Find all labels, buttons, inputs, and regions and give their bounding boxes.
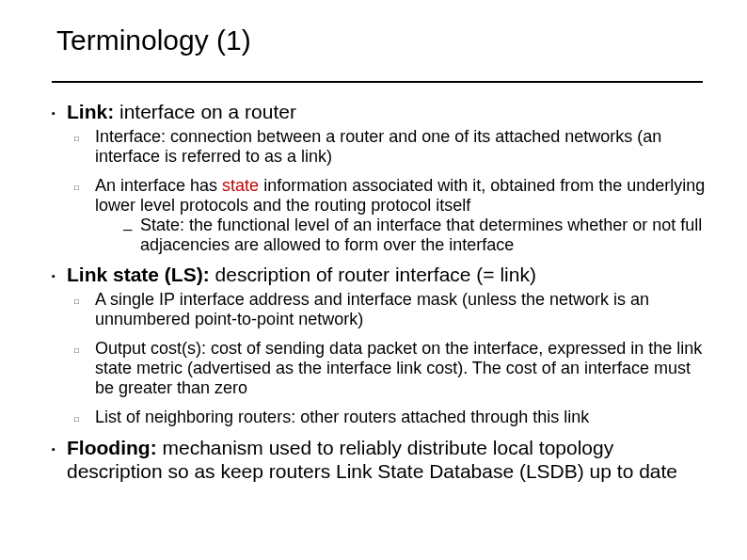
bullet-interface-def: □ Interface: connection between a router…: [74, 127, 710, 167]
bullet-l1-text: Flooding: mechanism used to reliably dis…: [67, 436, 710, 483]
state-red-word: state: [222, 176, 259, 195]
title-divider: [52, 81, 703, 83]
bullet-l2-icon: □: [74, 339, 95, 360]
term-flooding-rest: mechanism used to reliably distribute lo…: [67, 437, 677, 482]
bullet-state-def: – State: the functional level of an inte…: [123, 216, 710, 255]
term-link-rest: interface on a router: [114, 101, 296, 122]
bullet-l2-icon: □: [74, 176, 95, 197]
term-flooding: Flooding:: [67, 437, 157, 458]
bullet-l1-icon: ▪: [52, 100, 67, 125]
bullet-l2-text: An interface has state information assoc…: [95, 176, 710, 255]
state-pre: An interface has: [95, 176, 222, 195]
section-link-state: ▪ Link state (LS): description of router…: [52, 263, 710, 428]
bullet-neighboring-routers: □ List of neighboring routers: other rou…: [74, 408, 710, 428]
term-link-state: Link state (LS):: [67, 264, 210, 285]
bullet-ip-interface: □ A single IP interface address and inte…: [74, 290, 710, 329]
bullet-l2-icon: □: [74, 127, 95, 148]
slide-title: Terminology (1): [56, 24, 251, 56]
bullet-l2-icon: □: [74, 408, 95, 428]
bullet-flooding: ▪ Flooding: mechanism used to reliably d…: [52, 436, 710, 483]
bullet-l3-icon: –: [123, 216, 140, 239]
bullet-l1-text: Link state (LS): description of router i…: [67, 263, 536, 286]
bullet-state-info: □ An interface has state information ass…: [74, 176, 710, 255]
bullet-l2-text: Output cost(s): cost of sending data pac…: [95, 339, 710, 398]
bullet-link-state: ▪ Link state (LS): description of router…: [52, 263, 710, 288]
bullet-link: ▪ Link: interface on a router: [52, 100, 710, 125]
bullet-l3-text: State: the functional level of an interf…: [140, 216, 710, 255]
bullet-l1-icon: ▪: [52, 263, 67, 288]
bullet-l1-icon: ▪: [52, 436, 67, 461]
term-link: Link:: [67, 101, 114, 122]
bullet-l2-icon: □: [74, 290, 95, 311]
bullet-output-cost: □ Output cost(s): cost of sending data p…: [74, 339, 710, 398]
term-link-state-rest: description of router interface (= link): [210, 264, 536, 285]
section-link: ▪ Link: interface on a router □ Interfac…: [52, 100, 710, 255]
bullet-l2-text: A single IP interface address and interf…: [95, 290, 710, 329]
slide: Terminology (1) ▪ Link: interface on a r…: [0, 0, 747, 560]
section-flooding: ▪ Flooding: mechanism used to reliably d…: [52, 436, 710, 483]
bullet-l1-text: Link: interface on a router: [67, 100, 296, 123]
slide-body: ▪ Link: interface on a router □ Interfac…: [52, 94, 710, 490]
bullet-l2-text: Interface: connection between a router a…: [95, 127, 710, 167]
bullet-l2-text: List of neighboring routers: other route…: [95, 408, 589, 427]
